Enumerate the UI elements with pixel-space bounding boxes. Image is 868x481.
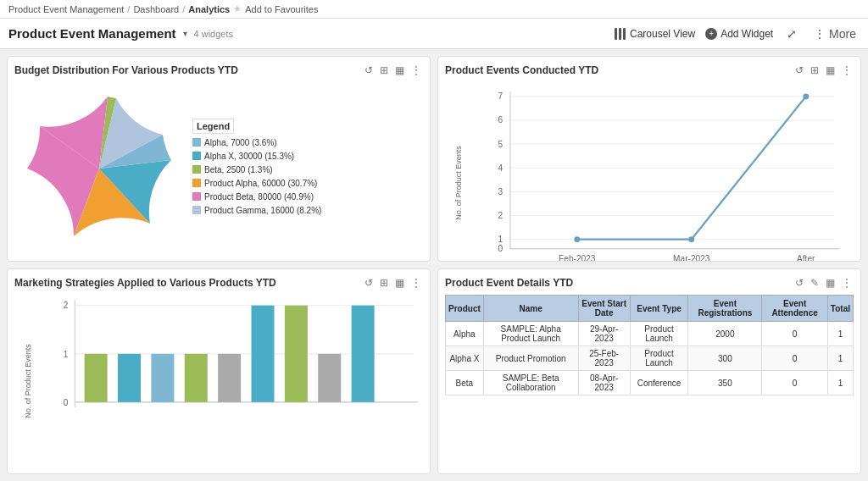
svg-rect-36 xyxy=(252,306,275,402)
chart-view-budget-button[interactable]: ▦ xyxy=(393,64,406,77)
svg-rect-32 xyxy=(118,354,141,402)
table-widget-title: Product Event Details YTD xyxy=(445,277,573,289)
legend-color-swatch xyxy=(192,179,201,187)
cell-attendance: 0 xyxy=(762,322,827,346)
svg-rect-37 xyxy=(285,306,308,402)
add-to-favourites-link[interactable]: Add to Favourites xyxy=(245,4,318,14)
bar-chart-svg: 2 1 0 xyxy=(42,295,423,467)
svg-rect-38 xyxy=(318,354,341,402)
legend-item-label: Product Beta, 80000 (40.9%) xyxy=(204,191,314,202)
breadcrumb-item-2[interactable]: Dashboard xyxy=(133,4,179,14)
bar-widget-actions: ↺ ⊞ ▦ ⋮ xyxy=(363,276,423,290)
table-wrapper[interactable]: Product Name Event Start Date Event Type… xyxy=(445,295,854,467)
refresh-table-button[interactable]: ↺ xyxy=(793,276,805,290)
cell-registrations: 2000 xyxy=(688,322,762,346)
cell-start-date: 29-Apr-2023 xyxy=(578,322,630,346)
breadcrumb-item-1[interactable]: Product Event Management xyxy=(8,4,124,14)
cell-start-date: 08-Apr-2023 xyxy=(578,371,630,395)
svg-point-19 xyxy=(803,94,809,100)
more-budget-button[interactable]: ⋮ xyxy=(409,64,423,77)
svg-text:2: 2 xyxy=(64,300,69,311)
line-chart-wrap: No. of Product Events 7 xyxy=(445,82,854,262)
widget-header-line: Product Events Conducted YTD ↺ ⊞ ▦ ⋮ xyxy=(445,64,854,77)
legend-title: Legend xyxy=(192,119,234,134)
legend-item-label: Product Alpha, 60000 (30.7%) xyxy=(204,178,317,189)
svg-text:1: 1 xyxy=(64,348,69,359)
expand-icon-button[interactable]: ⤢ xyxy=(783,25,800,42)
chart-view-bar-button[interactable]: ▦ xyxy=(393,276,406,290)
svg-text:3: 3 xyxy=(498,187,503,196)
svg-point-18 xyxy=(688,236,694,242)
legend-color-swatch xyxy=(192,206,201,214)
col-attendance: Event Attendence xyxy=(762,296,827,322)
budget-widget-actions: ↺ ⊞ ▦ ⋮ xyxy=(363,64,423,77)
refresh-budget-button[interactable]: ↺ xyxy=(363,64,375,77)
edit-table-button[interactable]: ✎ xyxy=(809,276,821,290)
more-button[interactable]: ⋮ More xyxy=(810,25,860,42)
line-chart-svg: 7 6 5 4 3 2 1 0 Feb-2023 Mar-2023 xyxy=(472,82,854,262)
cell-product: Beta xyxy=(446,371,484,395)
header-left: Product Event Management ▾ 4 widgets xyxy=(8,26,233,41)
svg-text:1: 1 xyxy=(498,235,503,244)
legend-item: Product Gamma, 16000 (8.2%) xyxy=(192,205,423,216)
title-dropdown-arrow[interactable]: ▾ xyxy=(183,29,187,38)
svg-rect-35 xyxy=(218,354,241,402)
pie-legend: Legend Alpha, 7000 (3.6%)Alpha X, 30000 … xyxy=(192,119,423,218)
breadcrumb-sep-2: / xyxy=(182,4,185,14)
chart-view-table-button[interactable]: ▦ xyxy=(824,276,837,290)
cell-registrations: 350 xyxy=(688,371,762,395)
table-view-bar-button[interactable]: ⊞ xyxy=(378,276,390,290)
breadcrumb-item-3: Analytics xyxy=(188,4,230,14)
cell-event-type: Product Launch xyxy=(630,322,688,346)
table-widget-actions: ↺ ✎ ▦ ⋮ xyxy=(793,276,854,290)
cell-product: Alpha xyxy=(446,322,484,346)
legend-item-label: Product Gamma, 16000 (8.2%) xyxy=(204,205,321,216)
legend-item: Product Alpha, 60000 (30.7%) xyxy=(192,178,423,189)
svg-text:Feb-2023: Feb-2023 xyxy=(559,254,596,263)
table-view-budget-button[interactable]: ⊞ xyxy=(378,64,390,77)
breadcrumb-sep-1: / xyxy=(127,4,130,14)
legend-color-swatch xyxy=(192,152,201,160)
svg-rect-33 xyxy=(151,354,174,402)
bar-widget-title: Marketing Strategies Applied to Various … xyxy=(14,277,276,289)
more-label: More xyxy=(829,27,856,41)
more-table-button[interactable]: ⋮ xyxy=(840,276,854,290)
carousel-view-button[interactable]: Carousel View xyxy=(615,28,695,40)
cell-name: SAMPLE: Alpha Product Launch xyxy=(483,322,578,346)
event-details-table: Product Name Event Start Date Event Type… xyxy=(445,295,854,395)
legend-color-swatch xyxy=(192,165,201,174)
svg-text:5: 5 xyxy=(498,140,503,149)
legend-color-swatch xyxy=(192,138,201,147)
col-product: Product xyxy=(446,296,484,322)
table-row: Alpha SAMPLE: Alpha Product Launch 29-Ap… xyxy=(446,322,854,346)
svg-rect-34 xyxy=(185,354,208,402)
legend-item: Product Beta, 80000 (40.9%) xyxy=(192,191,423,202)
refresh-line-button[interactable]: ↺ xyxy=(793,64,805,77)
table-row: Beta SAMPLE: Beta Collaboration 08-Apr-2… xyxy=(446,371,854,395)
cell-total: 1 xyxy=(827,346,853,371)
carousel-view-label: Carousel View xyxy=(630,28,695,40)
svg-text:2: 2 xyxy=(498,211,503,220)
svg-text:After: After xyxy=(797,254,815,263)
marketing-strategies-widget: Marketing Strategies Applied to Various … xyxy=(7,268,431,474)
line-widget-actions: ↺ ⊞ ▦ ⋮ xyxy=(793,64,854,77)
legend-item-label: Alpha X, 30000 (15.3%) xyxy=(204,151,294,162)
more-bar-button[interactable]: ⋮ xyxy=(409,276,423,290)
main-header: Product Event Management ▾ 4 widgets Car… xyxy=(0,19,868,49)
table-row: Alpha X Product Promotion 25-Feb-2023 Pr… xyxy=(446,346,854,371)
more-line-button[interactable]: ⋮ xyxy=(840,64,854,77)
table-view-line-button[interactable]: ⊞ xyxy=(809,64,821,77)
page-title: Product Event Management xyxy=(8,26,176,41)
col-name: Name xyxy=(483,296,578,322)
cell-attendance: 0 xyxy=(762,371,827,395)
budget-distribution-widget: Budget Distribution For Various Products… xyxy=(7,56,431,262)
add-widget-button[interactable]: + Add Widget xyxy=(705,28,773,40)
header-right: Carousel View + Add Widget ⤢ ⋮ More xyxy=(615,25,860,42)
refresh-bar-button[interactable]: ↺ xyxy=(363,276,375,290)
cell-name: Product Promotion xyxy=(483,346,578,371)
svg-point-17 xyxy=(574,236,580,242)
chart-view-line-button[interactable]: ▦ xyxy=(824,64,837,77)
legend-item-label: Alpha, 7000 (3.6%) xyxy=(204,137,277,148)
star-icon: ★ xyxy=(233,3,242,14)
line-widget-title: Product Events Conducted YTD xyxy=(445,64,598,76)
